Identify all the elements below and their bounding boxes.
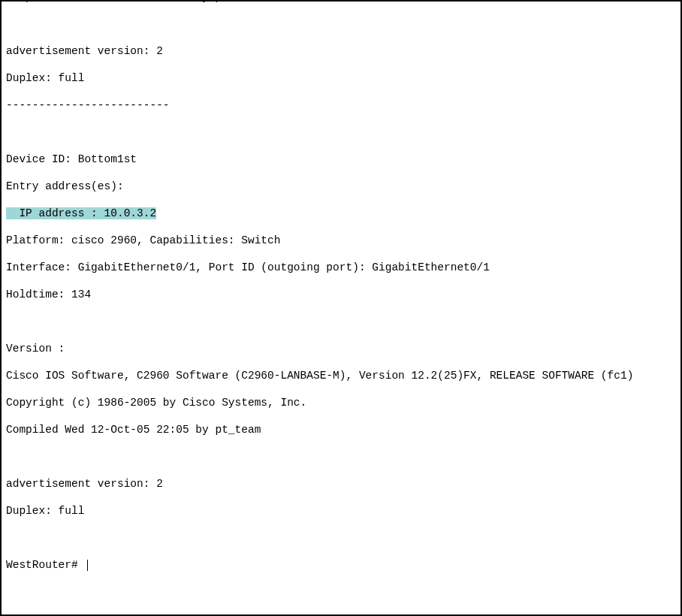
blank-line bbox=[6, 531, 677, 545]
ip-address-highlight: IP address : 10.0.3.2 bbox=[6, 207, 156, 219]
version-compiled: Compiled Wed 12-Oct-05 22:05 by pt_team bbox=[6, 2, 677, 4]
terminal-window: WestRouter#show cdp neighbors det WestRo… bbox=[0, 0, 682, 616]
version-compiled: Compiled Wed 12-Oct-05 22:05 by pt_team bbox=[6, 423, 677, 436]
version-copyright: Copyright (c) 1986-2005 by Cisco Systems… bbox=[6, 396, 677, 409]
entry-address-label: Entry address(es): bbox=[6, 180, 677, 193]
blank-line bbox=[6, 315, 677, 328]
prompt-host: WestRouter# bbox=[6, 559, 84, 571]
version-label: Version : bbox=[6, 342, 677, 355]
prompt-line[interactable]: WestRouter# bbox=[6, 558, 677, 572]
terminal-output: WestRouter#show cdp neighbors det WestRo… bbox=[2, 2, 680, 614]
separator-line: ------------------------- bbox=[6, 98, 677, 112]
adv-version: advertisement version: 2 bbox=[6, 477, 677, 491]
platform-line: Platform: cisco 2960, Capabilities: Swit… bbox=[6, 234, 677, 247]
terminal-scroll-area[interactable]: WestRouter#show cdp neighbors det WestRo… bbox=[2, 2, 680, 614]
adv-version: advertisement version: 2 bbox=[6, 44, 677, 58]
blank-line bbox=[6, 450, 677, 464]
duplex-line: Duplex: full bbox=[6, 71, 677, 85]
holdtime-line: Holdtime: 134 bbox=[6, 288, 677, 301]
scroll-spacer bbox=[6, 585, 677, 586]
blank-line bbox=[6, 125, 677, 139]
ip-address-line: IP address : 10.0.3.2 bbox=[6, 207, 677, 220]
blank-line bbox=[6, 17, 677, 31]
version-software: Cisco IOS Software, C2960 Software (C296… bbox=[6, 369, 677, 382]
duplex-line: Duplex: full bbox=[6, 504, 677, 518]
interface-line: Interface: GigabitEthernet0/1, Port ID (… bbox=[6, 261, 677, 274]
cursor-icon bbox=[87, 560, 88, 571]
device-id: Device ID: Bottom1st bbox=[6, 152, 677, 166]
